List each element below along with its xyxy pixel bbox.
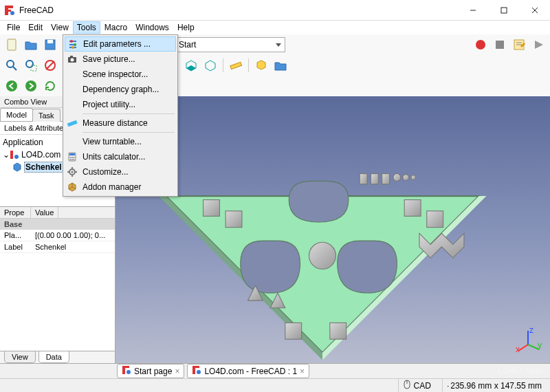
- macro-record-icon[interactable]: [472, 36, 490, 54]
- tools-save-picture[interactable]: Save picture...: [65, 52, 176, 67]
- tools-customize[interactable]: Customize...: [65, 164, 176, 179]
- tools-view-turntable[interactable]: View turntable...: [65, 134, 176, 149]
- svg-point-18: [7, 61, 14, 67]
- svg-point-3: [10, 11, 14, 15]
- prop-row-placement[interactable]: Pla... [(0.00 0.00 1.00); 0...: [0, 230, 115, 241]
- tab-model[interactable]: Model: [0, 108, 33, 121]
- part-icon[interactable]: [252, 56, 270, 74]
- tools-edit-parameters[interactable]: Edit parameters ...: [65, 36, 176, 52]
- group-icon[interactable]: [272, 56, 289, 74]
- close-button[interactable]: [519, 0, 550, 21]
- draw-style-icon[interactable]: [41, 56, 59, 74]
- dimensions-cell: · 235.96 mm x 147.55 mm: [442, 379, 546, 392]
- tools-scene-inspector[interactable]: Scene inspector...: [65, 67, 176, 82]
- watermark: LO4D.com: [498, 365, 543, 375]
- svg-point-79: [71, 58, 74, 62]
- prop-row-label[interactable]: Label Schenkel: [0, 241, 115, 253]
- macro-play-icon[interactable]: [529, 36, 547, 54]
- svg-point-86: [74, 157, 75, 158]
- tools-project-utility[interactable]: Project utility...: [65, 97, 176, 112]
- svg-rect-52: [360, 174, 367, 184]
- tab-view[interactable]: View: [4, 351, 36, 363]
- mouse-icon: [403, 380, 411, 391]
- statusbar: CAD · 235.96 mm x 147.55 mm: [0, 378, 550, 392]
- workbench-selector[interactable]: Start: [162, 37, 285, 52]
- open-file-icon[interactable]: [22, 36, 40, 54]
- svg-point-75: [74, 43, 76, 46]
- svg-point-84: [70, 157, 72, 158]
- nav-style-cell[interactable]: CAD: [398, 379, 435, 392]
- svg-text:y: y: [538, 340, 542, 350]
- window-title: FreeCAD: [19, 6, 457, 15]
- prop-header-name: Prope: [0, 207, 31, 218]
- tools-addon-manager[interactable]: Addon manager: [65, 179, 176, 195]
- macro-edit-icon[interactable]: [510, 36, 528, 54]
- svg-point-55: [393, 174, 401, 182]
- web-refresh-icon[interactable]: [41, 77, 59, 95]
- maximize-button[interactable]: [488, 0, 519, 21]
- tools-dropdown: Edit parameters ... Save picture... Scen…: [63, 34, 178, 197]
- zoom-fit-icon[interactable]: [3, 56, 21, 74]
- menu-edit[interactable]: Edit: [24, 21, 47, 34]
- svg-rect-26: [230, 62, 242, 69]
- freecad-tab-icon: [122, 365, 131, 377]
- svg-text:x: x: [516, 345, 520, 354]
- minimize-button[interactable]: [457, 0, 488, 21]
- menu-help[interactable]: Help: [173, 21, 199, 34]
- close-tab-icon[interactable]: ×: [175, 367, 179, 376]
- view-bottom-icon[interactable]: [182, 56, 200, 74]
- svg-point-69: [197, 370, 201, 374]
- workbench-label: Start: [179, 40, 196, 50]
- menu-tools[interactable]: Tools: [73, 21, 100, 34]
- tab-task[interactable]: Task: [32, 109, 60, 122]
- macro-stop-icon[interactable]: [491, 36, 509, 54]
- view-left-icon[interactable]: [201, 56, 219, 74]
- 3d-viewport[interactable]: z y x: [116, 96, 550, 363]
- svg-point-89: [74, 159, 75, 160]
- save-file-icon[interactable]: [41, 36, 59, 54]
- gear-icon: [66, 166, 78, 178]
- prop-group-base[interactable]: Base: [0, 219, 115, 230]
- svg-point-20: [26, 61, 33, 67]
- freecad-tab-icon: [192, 365, 201, 377]
- svg-line-60: [518, 345, 528, 351]
- menu-macro[interactable]: Macro: [100, 21, 131, 34]
- tools-units-calculator[interactable]: Units calculator...: [65, 149, 176, 164]
- doc-tab-lo4d[interactable]: LO4D.com - FreeCAD : 1 ×: [187, 364, 309, 378]
- svg-rect-14: [496, 41, 504, 49]
- svg-rect-80: [70, 56, 73, 58]
- freecad-app-icon: [4, 5, 15, 16]
- svg-rect-43: [204, 199, 220, 216]
- svg-rect-38: [10, 151, 13, 159]
- svg-rect-5: [501, 8, 507, 13]
- svg-point-57: [411, 175, 416, 180]
- svg-rect-83: [69, 153, 75, 155]
- menu-file[interactable]: File: [3, 21, 24, 34]
- svg-point-85: [72, 157, 73, 158]
- close-tab-icon[interactable]: ×: [300, 367, 305, 376]
- menubar: File Edit View Tools Macro Windows Help: [0, 21, 550, 34]
- svg-point-91: [72, 171, 74, 173]
- new-file-icon[interactable]: [3, 36, 21, 54]
- svg-point-49: [309, 242, 336, 269]
- web-forward-icon[interactable]: [22, 77, 40, 95]
- svg-rect-8: [8, 39, 16, 50]
- svg-rect-53: [371, 174, 378, 184]
- tools-measure-distance[interactable]: Measure distance: [65, 116, 176, 131]
- ruler-icon: [66, 117, 78, 129]
- axis-gizmo-icon: z y x: [514, 327, 542, 355]
- svg-point-27: [6, 80, 17, 91]
- menu-view[interactable]: View: [47, 21, 73, 34]
- tab-data[interactable]: Data: [38, 351, 69, 363]
- 3d-model: [136, 107, 509, 363]
- document-tabs: Start page × LO4D.com - FreeCAD : 1 ×: [0, 363, 550, 378]
- svg-point-66: [126, 370, 131, 374]
- doc-tab-start-page[interactable]: Start page ×: [117, 364, 184, 378]
- zoom-selection-icon[interactable]: [22, 56, 40, 74]
- measure-icon[interactable]: [227, 56, 245, 74]
- tools-dependency-graph[interactable]: Dependency graph...: [65, 82, 176, 97]
- svg-point-28: [25, 80, 36, 91]
- web-back-icon[interactable]: [3, 77, 21, 95]
- menu-windows[interactable]: Windows: [131, 21, 173, 34]
- svg-rect-1: [5, 6, 13, 8]
